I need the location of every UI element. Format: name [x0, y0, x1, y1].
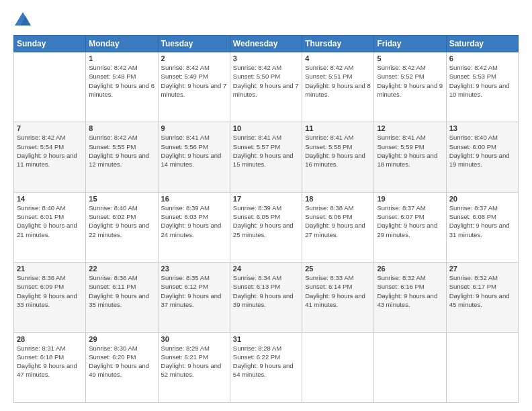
calendar-header-wednesday: Wednesday [230, 36, 302, 52]
day-info: Sunrise: 8:41 AMSunset: 5:56 PMDaylight:… [161, 133, 227, 169]
day-number: 29 [89, 335, 154, 343]
calendar-cell: 24Sunrise: 8:34 AMSunset: 6:13 PMDayligh… [230, 263, 302, 332]
day-number: 21 [17, 265, 83, 273]
day-info: Sunrise: 8:41 AMSunset: 5:58 PMDaylight:… [305, 133, 371, 169]
calendar-week-3: 21Sunrise: 8:36 AMSunset: 6:09 PMDayligh… [14, 263, 519, 332]
calendar-cell [374, 332, 446, 402]
calendar: SundayMondayTuesdayWednesdayThursdayFrid… [13, 35, 519, 403]
day-info: Sunrise: 8:28 AMSunset: 6:22 PMDaylight:… [233, 344, 299, 379]
day-number: 8 [89, 124, 154, 132]
day-info: Sunrise: 8:41 AMSunset: 5:57 PMDaylight:… [233, 133, 299, 169]
calendar-header-sunday: Sunday [14, 36, 86, 52]
day-info: Sunrise: 8:38 AMSunset: 6:06 PMDaylight:… [305, 203, 371, 239]
day-number: 27 [449, 265, 515, 273]
day-number: 6 [449, 54, 515, 62]
day-number: 28 [17, 335, 83, 343]
day-info: Sunrise: 8:37 AMSunset: 6:07 PMDaylight:… [377, 203, 443, 239]
day-number: 30 [161, 335, 227, 343]
calendar-cell: 14Sunrise: 8:40 AMSunset: 6:01 PMDayligh… [14, 192, 86, 262]
day-info: Sunrise: 8:40 AMSunset: 6:00 PMDaylight:… [449, 133, 515, 169]
day-info: Sunrise: 8:40 AMSunset: 6:01 PMDaylight:… [17, 203, 83, 239]
logo [13, 11, 35, 30]
calendar-cell: 4Sunrise: 8:42 AMSunset: 5:51 PMDaylight… [302, 52, 374, 122]
calendar-header-thursday: Thursday [302, 36, 374, 52]
calendar-cell [446, 332, 518, 402]
calendar-cell: 13Sunrise: 8:40 AMSunset: 6:00 PMDayligh… [446, 122, 518, 192]
day-info: Sunrise: 8:42 AMSunset: 5:55 PMDaylight:… [89, 133, 154, 169]
day-number: 31 [233, 335, 299, 343]
day-number: 19 [377, 195, 443, 203]
calendar-cell: 9Sunrise: 8:41 AMSunset: 5:56 PMDaylight… [158, 122, 230, 192]
day-number: 14 [17, 195, 83, 203]
day-number: 26 [377, 265, 443, 273]
day-info: Sunrise: 8:30 AMSunset: 6:20 PMDaylight:… [89, 344, 154, 379]
calendar-cell: 30Sunrise: 8:29 AMSunset: 6:21 PMDayligh… [158, 332, 230, 402]
day-info: Sunrise: 8:36 AMSunset: 6:11 PMDaylight:… [89, 273, 154, 309]
header [13, 11, 519, 30]
calendar-header-saturday: Saturday [446, 36, 518, 52]
day-info: Sunrise: 8:32 AMSunset: 6:17 PMDaylight:… [449, 273, 515, 309]
day-number: 20 [449, 195, 515, 203]
day-info: Sunrise: 8:42 AMSunset: 5:49 PMDaylight:… [161, 63, 227, 99]
calendar-cell: 6Sunrise: 8:42 AMSunset: 5:53 PMDaylight… [446, 52, 518, 122]
calendar-cell: 1Sunrise: 8:42 AMSunset: 5:48 PMDaylight… [86, 52, 158, 122]
calendar-header-monday: Monday [86, 36, 158, 52]
day-number: 22 [89, 265, 154, 273]
day-number: 24 [233, 265, 299, 273]
calendar-cell: 19Sunrise: 8:37 AMSunset: 6:07 PMDayligh… [374, 192, 446, 262]
day-info: Sunrise: 8:35 AMSunset: 6:12 PMDaylight:… [161, 273, 227, 309]
calendar-week-1: 7Sunrise: 8:42 AMSunset: 5:54 PMDaylight… [14, 122, 519, 192]
calendar-header-row: SundayMondayTuesdayWednesdayThursdayFrid… [14, 36, 519, 52]
calendar-cell: 12Sunrise: 8:41 AMSunset: 5:59 PMDayligh… [374, 122, 446, 192]
calendar-cell: 25Sunrise: 8:33 AMSunset: 6:14 PMDayligh… [302, 263, 374, 332]
calendar-cell: 21Sunrise: 8:36 AMSunset: 6:09 PMDayligh… [14, 263, 86, 332]
day-info: Sunrise: 8:36 AMSunset: 6:09 PMDaylight:… [17, 273, 83, 309]
calendar-cell: 28Sunrise: 8:31 AMSunset: 6:18 PMDayligh… [14, 332, 86, 402]
calendar-cell [14, 52, 86, 122]
calendar-cell: 7Sunrise: 8:42 AMSunset: 5:54 PMDaylight… [14, 122, 86, 192]
calendar-header-tuesday: Tuesday [158, 36, 230, 52]
day-info: Sunrise: 8:33 AMSunset: 6:14 PMDaylight:… [305, 273, 371, 309]
calendar-cell: 11Sunrise: 8:41 AMSunset: 5:58 PMDayligh… [302, 122, 374, 192]
day-number: 18 [305, 195, 371, 203]
calendar-cell: 8Sunrise: 8:42 AMSunset: 5:55 PMDaylight… [86, 122, 158, 192]
calendar-week-4: 28Sunrise: 8:31 AMSunset: 6:18 PMDayligh… [14, 332, 519, 402]
day-info: Sunrise: 8:39 AMSunset: 6:05 PMDaylight:… [233, 203, 299, 239]
day-number: 3 [233, 54, 299, 62]
day-number: 1 [89, 54, 154, 62]
page: SundayMondayTuesdayWednesdayThursdayFrid… [0, 0, 532, 411]
day-info: Sunrise: 8:31 AMSunset: 6:18 PMDaylight:… [17, 344, 83, 379]
calendar-cell: 22Sunrise: 8:36 AMSunset: 6:11 PMDayligh… [86, 263, 158, 332]
calendar-cell: 20Sunrise: 8:37 AMSunset: 6:08 PMDayligh… [446, 192, 518, 262]
day-info: Sunrise: 8:42 AMSunset: 5:51 PMDaylight:… [305, 63, 371, 99]
calendar-cell [302, 332, 374, 402]
calendar-cell: 27Sunrise: 8:32 AMSunset: 6:17 PMDayligh… [446, 263, 518, 332]
calendar-cell: 18Sunrise: 8:38 AMSunset: 6:06 PMDayligh… [302, 192, 374, 262]
day-number: 13 [449, 124, 515, 132]
day-info: Sunrise: 8:34 AMSunset: 6:13 PMDaylight:… [233, 273, 299, 309]
calendar-cell: 10Sunrise: 8:41 AMSunset: 5:57 PMDayligh… [230, 122, 302, 192]
day-info: Sunrise: 8:37 AMSunset: 6:08 PMDaylight:… [449, 203, 515, 239]
calendar-cell: 29Sunrise: 8:30 AMSunset: 6:20 PMDayligh… [86, 332, 158, 402]
calendar-cell: 31Sunrise: 8:28 AMSunset: 6:22 PMDayligh… [230, 332, 302, 402]
day-info: Sunrise: 8:42 AMSunset: 5:52 PMDaylight:… [377, 63, 443, 99]
calendar-cell: 26Sunrise: 8:32 AMSunset: 6:16 PMDayligh… [374, 263, 446, 332]
calendar-header-friday: Friday [374, 36, 446, 52]
calendar-cell: 3Sunrise: 8:42 AMSunset: 5:50 PMDaylight… [230, 52, 302, 122]
day-number: 17 [233, 195, 299, 203]
day-number: 9 [161, 124, 227, 132]
day-info: Sunrise: 8:42 AMSunset: 5:50 PMDaylight:… [233, 63, 299, 99]
day-number: 2 [161, 54, 227, 62]
day-info: Sunrise: 8:41 AMSunset: 5:59 PMDaylight:… [377, 133, 443, 169]
day-number: 16 [161, 195, 227, 203]
calendar-cell: 16Sunrise: 8:39 AMSunset: 6:03 PMDayligh… [158, 192, 230, 262]
day-number: 4 [305, 54, 371, 62]
day-info: Sunrise: 8:39 AMSunset: 6:03 PMDaylight:… [161, 203, 227, 239]
calendar-week-2: 14Sunrise: 8:40 AMSunset: 6:01 PMDayligh… [14, 192, 519, 262]
day-info: Sunrise: 8:40 AMSunset: 6:02 PMDaylight:… [89, 203, 154, 239]
calendar-cell: 23Sunrise: 8:35 AMSunset: 6:12 PMDayligh… [158, 263, 230, 332]
day-number: 15 [89, 195, 154, 203]
day-info: Sunrise: 8:32 AMSunset: 6:16 PMDaylight:… [377, 273, 443, 309]
day-number: 23 [161, 265, 227, 273]
day-number: 11 [305, 124, 371, 132]
